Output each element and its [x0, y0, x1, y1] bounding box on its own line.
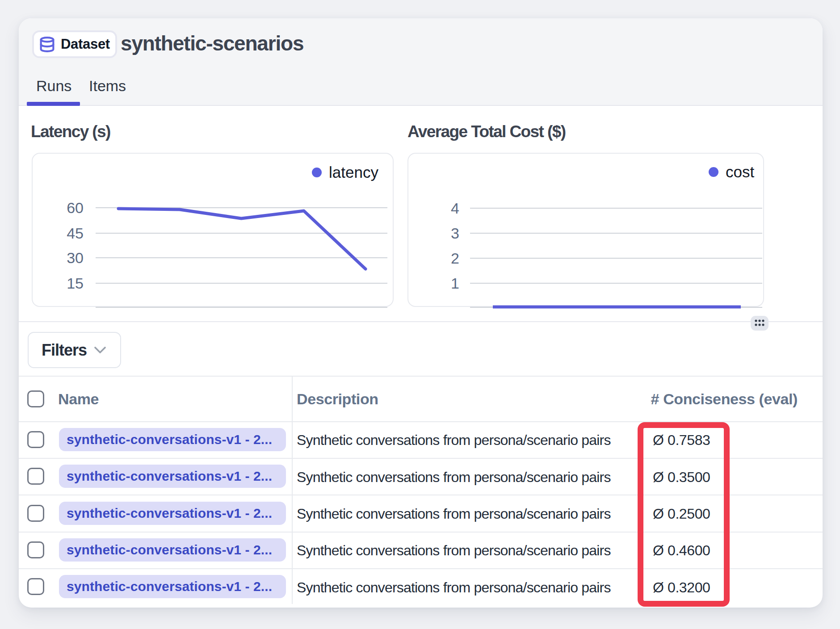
svg-text:30: 30 — [67, 249, 84, 266]
svg-text:2: 2 — [451, 250, 459, 267]
svg-text:3: 3 — [451, 225, 459, 242]
svg-text:cost: cost — [726, 163, 754, 180]
svg-text:latency: latency — [329, 164, 378, 181]
svg-text:4: 4 — [451, 200, 459, 217]
svg-text:15: 15 — [67, 275, 84, 292]
svg-text:1: 1 — [451, 275, 459, 292]
svg-text:45: 45 — [67, 225, 84, 242]
svg-text:60: 60 — [67, 199, 84, 216]
